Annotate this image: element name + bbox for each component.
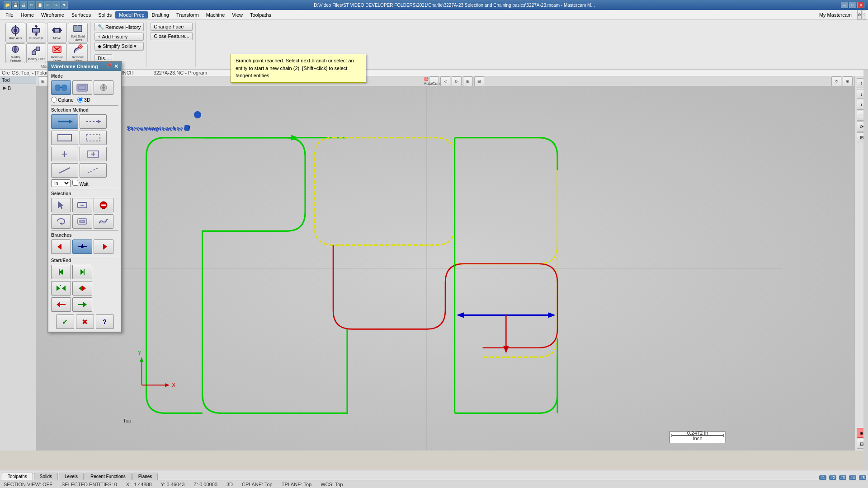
sel-plus-box-button[interactable] — [80, 147, 107, 161]
title-bar-buttons[interactable]: — □ ✕ — [841, 2, 864, 8]
ok-button[interactable]: ✔ — [56, 314, 74, 329]
menu-machine[interactable]: Machine — [203, 11, 229, 19]
tab-toolpaths[interactable]: Toolpaths — [2, 473, 33, 480]
close-button[interactable]: ✕ — [857, 2, 864, 8]
canvas-nav-3[interactable]: ⊞ — [463, 76, 473, 86]
badge-5[interactable]: #5 — [859, 475, 866, 480]
tab-planes[interactable]: Planes — [132, 473, 158, 480]
menu-wireframe[interactable]: Wireframe — [38, 11, 68, 19]
branch-back-button[interactable] — [51, 239, 71, 254]
canvas-nav-2[interactable]: ▷ — [452, 76, 462, 86]
tb-icon-menu[interactable]: ▼ — [61, 1, 68, 9]
sel-chain-sub-button[interactable] — [72, 198, 92, 212]
move-button[interactable]: Move — [47, 23, 67, 42]
split-solid-faces-button[interactable]: Split Solid Faces — [68, 23, 88, 42]
canvas-tool-1[interactable]: ⊞ — [38, 76, 48, 86]
tb-icon-new[interactable]: 📁 — [4, 1, 11, 9]
badge-1[interactable]: #1 — [819, 475, 826, 480]
settings-icon[interactable]: ⚙ — [857, 10, 862, 20]
fwd-end-button[interactable] — [72, 265, 92, 279]
mode-loop-button[interactable] — [72, 80, 92, 95]
cplane-radio-label[interactable]: Cplane — [51, 97, 74, 103]
tab-recent-functions[interactable]: Recent Functions — [85, 473, 132, 480]
change-face-button[interactable]: Change Face — [151, 23, 192, 31]
tab-levels[interactable]: Levels — [59, 473, 84, 480]
sel-diag1-button[interactable] — [51, 163, 78, 178]
branch-fwd-button[interactable] — [94, 239, 113, 254]
canvas-nav-4[interactable]: ⊟ — [474, 76, 484, 86]
hole-axis-button[interactable]: Hole Axis — [5, 23, 25, 42]
menu-transform[interactable]: Transform — [173, 11, 203, 19]
sel-rect-solid-button[interactable] — [51, 131, 78, 145]
add-history-button[interactable]: + Add History — [94, 33, 144, 41]
z-coord-status: Z: 0.00000 — [193, 482, 217, 487]
tb-icon-undo[interactable]: ↩ — [44, 1, 52, 9]
3d-radio-label[interactable]: 3D — [77, 97, 90, 103]
sel-rect-dashed-button[interactable] — [80, 131, 107, 145]
tb-icon-redo[interactable]: ↪ — [52, 1, 60, 9]
branch-here-button[interactable] — [72, 239, 92, 254]
sel-sub2-button[interactable] — [72, 214, 92, 229]
cancel-button[interactable]: ✖ — [76, 314, 94, 329]
wait-checkbox[interactable] — [72, 180, 78, 186]
simplify-solid-button[interactable]: ◆ Simplify Solid ▾ — [94, 42, 144, 51]
rev-all-button[interactable] — [51, 297, 71, 312]
canvas-nav-1[interactable]: ◁ — [440, 76, 450, 86]
canvas-view-2[interactable]: ⊕ — [843, 76, 853, 86]
3d-radio[interactable] — [77, 97, 83, 103]
wf-pin-icon[interactable]: 📌 — [107, 63, 112, 68]
tab-solids[interactable]: Solids — [34, 473, 58, 480]
badge-4[interactable]: #4 — [849, 475, 856, 480]
mode-chain-button[interactable] — [51, 80, 71, 95]
sel-stop-button[interactable] — [94, 198, 113, 212]
badge-2[interactable]: #2 — [829, 475, 836, 480]
remove-history-button[interactable]: 🔧 Remove History — [94, 23, 144, 31]
in-dropdown[interactable]: In Out — [51, 179, 71, 187]
close-feature-button[interactable]: Close Feature... — [151, 32, 192, 40]
sel-plus-button[interactable] — [51, 147, 78, 161]
wf-close-button[interactable]: ✕ — [114, 63, 118, 70]
mid-button[interactable] — [51, 281, 71, 296]
tb-icon-print[interactable]: 🖨 — [20, 1, 27, 9]
cplane-radio[interactable] — [51, 97, 57, 103]
sel-cursor-button[interactable] — [51, 198, 71, 212]
remove-fillets-button[interactable]: Remove Fillets — [68, 43, 88, 63]
wait-checkbox-label[interactable]: Wait — [72, 180, 88, 187]
help-icon[interactable]: ? — [863, 10, 866, 20]
menu-solids[interactable]: Solids — [94, 11, 115, 19]
canvas-drawing-area[interactable]: Streamingteacher. — [36, 86, 854, 450]
remove-faces-button[interactable]: Remove Faces — [47, 43, 67, 63]
menu-home[interactable]: Home — [17, 11, 38, 19]
maximize-button[interactable]: □ — [849, 2, 856, 8]
menu-my-mastercam[interactable]: My Mastercam — [816, 11, 855, 19]
sel-chain-dashed-button[interactable] — [80, 114, 107, 129]
menu-surfaces[interactable]: Surfaces — [68, 11, 94, 19]
menu-file[interactable]: File — [2, 11, 17, 19]
tree-item-b[interactable]: ▶ B — [0, 84, 36, 92]
svg-rect-73 — [80, 220, 85, 223]
tb-icon-save[interactable]: 💾 — [12, 1, 19, 9]
help-button[interactable]: ? — [96, 314, 114, 329]
rev-start-button[interactable] — [51, 265, 71, 279]
tb-icon-paste[interactable]: 📋 — [36, 1, 43, 9]
sel-waves-button[interactable] — [94, 214, 113, 229]
menu-toolpaths[interactable]: Toolpaths — [246, 11, 275, 19]
autocursor-btn[interactable]: 🎯 AutoCursor — [429, 76, 439, 86]
sel-chain-solid-button[interactable] — [51, 114, 78, 129]
fwd-all-button[interactable] — [72, 297, 92, 312]
mode-settings-button[interactable] — [94, 80, 113, 95]
push-pull-button[interactable]: Push-Pull — [26, 23, 46, 42]
flip-button[interactable] — [72, 281, 92, 296]
minimize-button[interactable]: — — [841, 2, 848, 8]
title-bar-icons[interactable]: 📁 💾 🖨 ✂ 📋 ↩ ↪ ▼ — [4, 1, 68, 9]
tb-icon-cut[interactable]: ✂ — [28, 1, 35, 9]
sel-cycle-button[interactable] — [51, 214, 71, 229]
modify-feature-button[interactable]: Modify Feature — [5, 43, 25, 63]
badge-3[interactable]: #3 — [839, 475, 846, 480]
modify-fillet-button[interactable]: Modify Fillet — [26, 43, 46, 63]
menu-view[interactable]: View — [228, 11, 246, 19]
sel-diag2-button[interactable] — [80, 163, 107, 178]
menu-drafting[interactable]: Drafting — [148, 11, 173, 19]
menu-model-prep[interactable]: Model Prep — [115, 11, 148, 19]
canvas-view-1[interactable]: ↺ — [831, 76, 841, 86]
